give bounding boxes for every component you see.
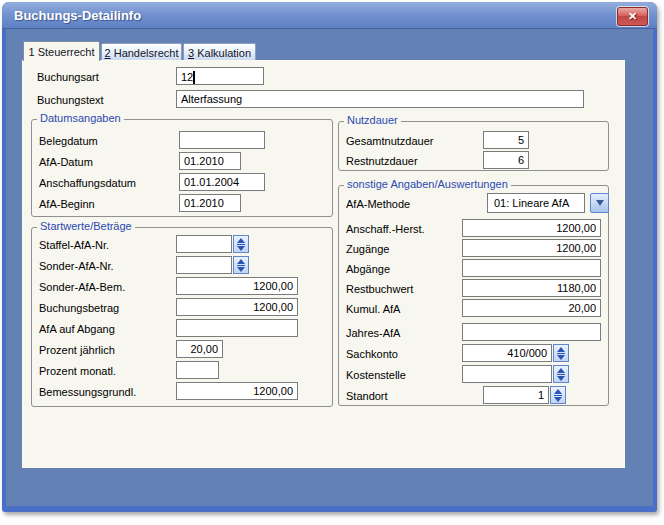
kostenstelle-input[interactable]	[462, 365, 552, 383]
sonder-afa-nr-spinner[interactable]	[233, 256, 249, 274]
restnutzdauer-input[interactable]: 6	[483, 151, 529, 169]
buchungsart-input[interactable]: 12	[176, 67, 264, 85]
chevron-down-icon	[596, 200, 604, 206]
zugaenge-input[interactable]: 1200,00	[462, 239, 601, 257]
spinner-divider	[557, 374, 565, 375]
abgaenge-input[interactable]	[462, 259, 601, 277]
buchungsbetrag-input[interactable]: 1200,00	[176, 298, 298, 316]
staffel-afa-nr-spinner[interactable]	[233, 235, 249, 253]
afa-auf-abgang-input[interactable]	[176, 319, 298, 337]
spin-up-icon[interactable]	[557, 347, 565, 352]
tab-steuerrecht[interactable]: 1 Steuerrecht	[23, 41, 100, 61]
jahres-afa-label: Jahres-AfA	[346, 326, 400, 340]
restnutzdauer-label: Restnutzdauer	[346, 154, 418, 168]
restbuchwert-input[interactable]: 1180,00	[462, 279, 601, 297]
spin-down-icon[interactable]	[237, 246, 245, 251]
buchungstext-input[interactable]: Alterfassung	[176, 90, 584, 108]
afa-methode-dropdown-button[interactable]	[590, 193, 609, 213]
sonder-afa-bem-label: Sonder-AfA-Bem.	[39, 280, 125, 294]
belegdatum-label: Belegdatum	[39, 134, 98, 148]
spinner-divider	[557, 353, 565, 354]
spin-down-icon[interactable]	[557, 376, 565, 381]
afa-methode-combobox[interactable]: 01: Lineare AfA	[487, 193, 585, 213]
group-startwerte-title: Startwerte/Beträge	[37, 220, 135, 232]
afa-auf-abgang-label: AfA auf Abgang	[39, 322, 115, 336]
tab-handelsrecht[interactable]: 2 Handelsrecht	[101, 43, 182, 61]
spin-up-icon[interactable]	[557, 368, 565, 373]
spin-down-icon[interactable]	[557, 355, 565, 360]
group-sonstige-title: sonstige Angaben/Auswertungen	[344, 178, 511, 190]
tab-kalkulation[interactable]: 3 Kalkulation	[183, 43, 256, 61]
sachkonto-spinner[interactable]	[553, 344, 569, 362]
spin-up-icon[interactable]	[237, 238, 245, 243]
anschaffungsdatum-label: Anschaffungsdatum	[39, 176, 136, 190]
staffel-afa-nr-input[interactable]	[176, 235, 232, 253]
kostenstelle-spinner[interactable]	[553, 365, 569, 383]
prozent-monatl-label: Prozent monatl.	[39, 364, 116, 378]
buchungsart-label: Buchungsart	[37, 70, 99, 84]
sonder-afa-nr-input[interactable]	[176, 256, 232, 274]
gesamtnutzdauer-input[interactable]: 5	[483, 131, 529, 149]
text-caret	[193, 71, 195, 84]
afa-beginn-label: AfA-Beginn	[39, 197, 95, 211]
anschaff-herst-input[interactable]: 1200,00	[462, 219, 601, 237]
kumul-afa-input[interactable]: 20,00	[462, 299, 601, 317]
kumul-afa-label: Kumul. AfA	[346, 302, 400, 316]
sonder-afa-nr-label: Sonder-AfA-Nr.	[39, 259, 114, 273]
spin-down-icon[interactable]	[237, 267, 245, 272]
abgaenge-label: Abgänge	[346, 262, 390, 276]
close-icon: ✕	[628, 10, 637, 22]
restbuchwert-label: Restbuchwert	[346, 282, 413, 296]
zugaenge-label: Zugänge	[346, 242, 389, 256]
kostenstelle-label: Kostenstelle	[346, 368, 406, 382]
spin-down-icon[interactable]	[554, 397, 562, 402]
close-button[interactable]: ✕	[617, 7, 648, 26]
spinner-divider	[554, 395, 562, 396]
dialog-window: Buchungs-Detailinfo ✕ 1 Steuerrecht 2 Ha…	[2, 2, 657, 512]
window-title: Buchungs-Detailinfo	[14, 8, 141, 23]
spinner-divider	[237, 265, 245, 266]
group-startwerte: Startwerte/Beträge	[31, 227, 333, 407]
belegdatum-input[interactable]	[179, 131, 265, 149]
sachkonto-label: Sachkonto	[346, 347, 398, 361]
spin-up-icon[interactable]	[554, 389, 562, 394]
bemessungsgrundl-label: Bemessungsgrundl.	[39, 385, 136, 399]
afa-methode-label: AfA-Methode	[346, 197, 410, 211]
prozent-jaehrlich-label: Prozent jährlich	[39, 343, 115, 357]
prozent-monatl-input[interactable]	[176, 361, 219, 379]
prozent-jaehrlich-input[interactable]: 20,00	[176, 340, 223, 358]
bemessungsgrundl-input[interactable]: 1200,00	[176, 382, 298, 400]
afa-beginn-input[interactable]: 01.2010	[179, 194, 241, 212]
anschaffungsdatum-input[interactable]: 01.01.2004	[179, 173, 265, 191]
group-nutzdauer-title: Nutzdauer	[344, 114, 401, 126]
standort-input[interactable]: 1	[483, 386, 549, 404]
sachkonto-input[interactable]: 410/000	[462, 344, 552, 362]
buchungstext-label: Buchungstext	[37, 93, 104, 107]
afa-datum-input[interactable]: 01.2010	[179, 152, 241, 170]
group-datumsangaben-title: Datumsangaben	[37, 112, 124, 124]
standort-spinner[interactable]	[550, 386, 566, 404]
spin-up-icon[interactable]	[237, 259, 245, 264]
anschaff-herst-label: Anschaff.-Herst.	[346, 222, 425, 236]
gesamtnutzdauer-label: Gesamtnutzdauer	[346, 134, 433, 148]
afa-datum-label: AfA-Datum	[39, 155, 93, 169]
buchungsbetrag-label: Buchungsbetrag	[39, 301, 119, 315]
standort-label: Standort	[346, 389, 388, 403]
staffel-afa-nr-label: Staffel-AfA-Nr.	[39, 238, 109, 252]
titlebar[interactable]: Buchungs-Detailinfo ✕	[2, 2, 657, 29]
tab-page-steuerrecht: Buchungsart 12 Buchungstext Alterfassung…	[22, 60, 625, 468]
jahres-afa-input[interactable]	[462, 323, 601, 341]
spinner-divider	[237, 244, 245, 245]
sonder-afa-bem-input[interactable]: 1200,00	[176, 277, 298, 295]
